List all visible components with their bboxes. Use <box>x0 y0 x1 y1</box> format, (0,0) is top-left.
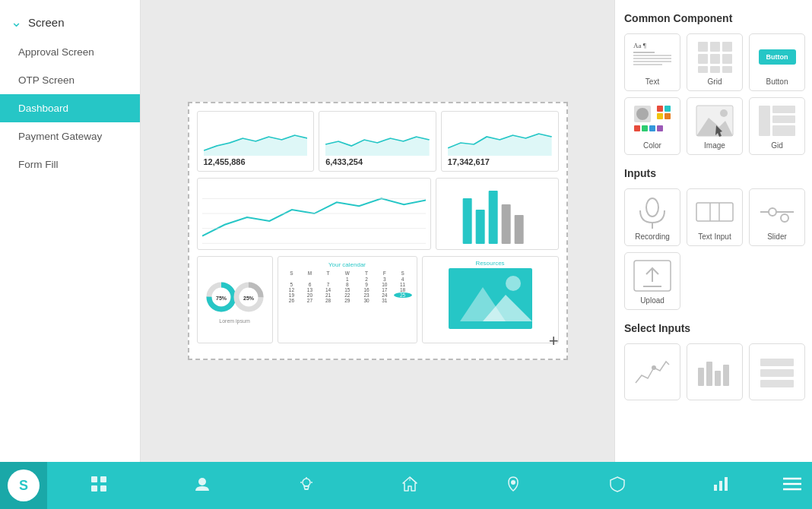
component-text-input[interactable]: Text Input <box>687 188 743 246</box>
svg-rect-75 <box>100 476 106 482</box>
bar-chart-card <box>436 178 558 250</box>
svg-rect-87 <box>714 485 717 491</box>
svg-point-21 <box>506 276 521 291</box>
gid-label: Gid <box>771 141 783 150</box>
svg-rect-68 <box>706 362 712 386</box>
component-grid-item[interactable]: Grid <box>687 33 743 91</box>
sidebar-item-dashboard[interactable]: Dashboard <box>0 94 140 122</box>
resources-title: Resources <box>426 260 555 267</box>
select-inputs-title: Select Inputs <box>624 322 803 334</box>
home-nav-icon[interactable] <box>401 476 418 496</box>
bulb-nav-icon[interactable] <box>298 476 315 496</box>
canvas-plus-button[interactable]: + <box>549 331 559 351</box>
component-gid[interactable]: Gid <box>749 97 805 155</box>
location-nav-icon[interactable] <box>505 476 522 496</box>
svg-point-62 <box>781 214 788 222</box>
svg-rect-33 <box>722 54 732 64</box>
logo-circle: S <box>8 469 40 501</box>
svg-rect-72 <box>760 369 794 377</box>
preview-row2 <box>197 178 559 250</box>
svg-rect-77 <box>100 485 106 492</box>
component-chart[interactable] <box>624 343 680 400</box>
stat-card-1: 12,455,886 <box>197 111 315 172</box>
stat-number-3: 17,342,617 <box>448 157 490 166</box>
sidebar-item-otp-screen[interactable]: OTP Screen <box>0 66 140 94</box>
component-upload[interactable]: Upload <box>624 252 680 310</box>
svg-rect-35 <box>710 66 720 73</box>
sidebar-item-approval-screen[interactable]: Approval Screen <box>0 38 140 66</box>
component-image[interactable]: Image <box>687 97 743 155</box>
svg-marker-2 <box>448 134 552 156</box>
svg-rect-73 <box>760 380 794 387</box>
svg-rect-34 <box>698 66 708 73</box>
bottom-nav-menu[interactable] <box>772 477 812 495</box>
recording-preview <box>630 194 675 230</box>
svg-point-38 <box>636 108 649 120</box>
svg-point-49 <box>720 109 728 117</box>
component-select3[interactable] <box>749 343 805 400</box>
component-recording[interactable]: Recording <box>624 188 680 246</box>
shield-nav-icon[interactable] <box>609 476 626 496</box>
svg-rect-42 <box>657 125 663 131</box>
svg-point-79 <box>303 479 310 486</box>
component-text[interactable]: Aa ¶ Text <box>624 33 680 91</box>
stat-card-2: 6,433,254 <box>319 111 436 172</box>
component-slider[interactable]: Slider <box>749 188 805 246</box>
canvas-frame: 12,455,886 6,433,254 <box>188 102 568 360</box>
svg-rect-7 <box>463 198 472 244</box>
upload-preview <box>630 258 675 294</box>
user-nav-icon[interactable] <box>194 476 211 496</box>
lorem-label: Lorem ipsum <box>219 318 249 324</box>
svg-point-61 <box>769 208 776 216</box>
canvas-area: 12,455,886 6,433,254 <box>141 0 614 462</box>
svg-rect-89 <box>725 477 728 491</box>
svg-rect-30 <box>722 42 732 52</box>
color-preview <box>630 103 675 139</box>
svg-rect-54 <box>772 125 795 136</box>
sidebar-header: ⌄ Screen <box>0 0 140 38</box>
bottom-nav-icons <box>47 476 772 496</box>
dashboard-preview: 12,455,886 6,433,254 <box>189 103 566 359</box>
button-label: Button <box>766 77 788 86</box>
text-preview: Aa ¶ <box>630 39 675 75</box>
stat-number-2: 6,433,254 <box>325 157 363 166</box>
chevron-down-icon: ⌄ <box>11 14 22 30</box>
line-chart-card <box>197 178 432 250</box>
sidebar: ⌄ Screen Approval Screen OTP Screen Dash… <box>0 0 141 462</box>
svg-rect-36 <box>722 66 732 73</box>
component-button[interactable]: Button Button <box>749 33 805 91</box>
select-inputs-grid <box>624 343 803 400</box>
sidebar-item-payment-gateway[interactable]: Payment Gateway <box>0 122 140 150</box>
svg-text:75%: 75% <box>215 296 227 301</box>
image-label: Image <box>704 141 725 150</box>
bar-select-preview <box>692 353 737 389</box>
svg-text:25%: 25% <box>243 296 254 301</box>
svg-rect-70 <box>723 365 729 386</box>
svg-text:Aa ¶: Aa ¶ <box>633 42 646 49</box>
menu-icon[interactable] <box>783 477 801 495</box>
sidebar-item-form-fill[interactable]: Form Fill <box>0 150 140 179</box>
inputs-title: Inputs <box>624 167 803 179</box>
svg-rect-31 <box>698 54 708 64</box>
svg-rect-53 <box>772 115 795 123</box>
svg-rect-45 <box>665 106 671 112</box>
grid-preview <box>692 39 737 75</box>
slider-label: Slider <box>767 232 787 241</box>
svg-rect-10 <box>502 204 511 244</box>
svg-rect-74 <box>91 476 97 482</box>
svg-rect-43 <box>657 106 663 112</box>
svg-rect-29 <box>710 42 720 52</box>
grid-nav-icon[interactable] <box>90 476 107 496</box>
component-color[interactable]: Color <box>624 97 680 155</box>
slider-preview <box>754 194 800 230</box>
logo-letter: S <box>19 478 28 494</box>
svg-rect-71 <box>760 359 794 366</box>
donut-card: 75% 25% Lorem ipsum <box>197 256 273 343</box>
component-bar-select[interactable] <box>687 343 743 400</box>
svg-rect-11 <box>515 215 524 244</box>
svg-rect-67 <box>698 368 704 386</box>
svg-rect-57 <box>696 203 733 221</box>
preview-row3: 75% 25% Lorem ipsum Your calendar S <box>197 256 559 343</box>
chart-nav-icon[interactable] <box>712 476 729 496</box>
select3-preview <box>754 353 800 389</box>
